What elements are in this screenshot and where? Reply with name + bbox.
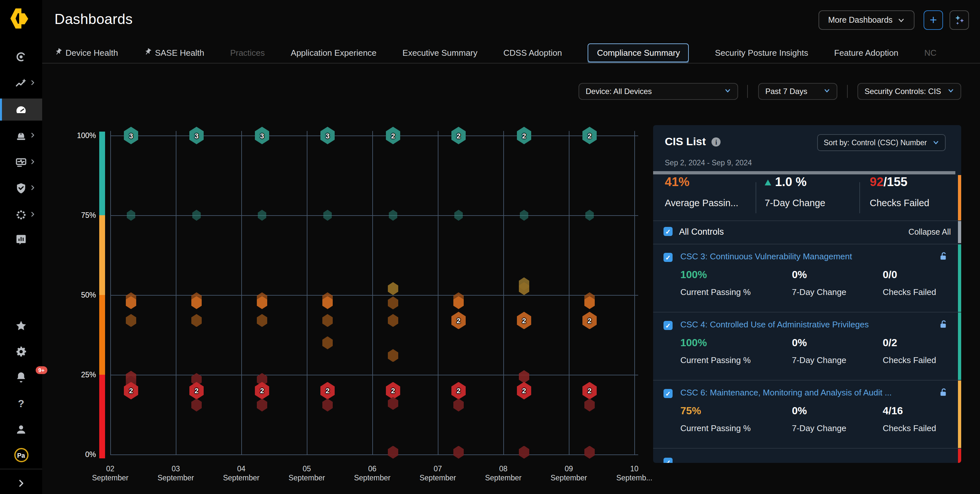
chart-hexagon-point[interactable]: 2 <box>517 312 531 329</box>
chart-hexagon-point[interactable] <box>388 297 398 310</box>
tab-security-posture-insights[interactable]: Security Posture Insights <box>715 48 808 57</box>
tab-practices[interactable]: Practices <box>230 48 265 57</box>
chart-hexagon-point[interactable] <box>257 314 267 327</box>
tab-label: Security Posture Insights <box>715 48 808 57</box>
tab-nc[interactable]: NC <box>924 48 937 57</box>
chart-hexagon-point[interactable] <box>258 210 266 221</box>
sort-by-dropdown[interactable]: Sort by: Control (CSC) Number <box>817 134 946 151</box>
control-checkbox[interactable]: ✓ <box>663 389 673 398</box>
chart-hexagon-point[interactable] <box>389 210 397 221</box>
tab-sase-health[interactable]: SASE Health <box>144 48 204 57</box>
chart-hexagon-point[interactable]: 2 <box>386 127 400 144</box>
chart-hexagon-point[interactable]: 2 <box>189 382 204 399</box>
more-dashboards-button[interactable]: More Dashboards <box>818 10 915 30</box>
chart-hexagon-point[interactable] <box>584 446 595 459</box>
chart-hexagon-point[interactable] <box>388 282 398 295</box>
sidebar-expand-chevron[interactable] <box>0 472 42 494</box>
chart-hexagon-point[interactable] <box>519 370 529 383</box>
lock-open-icon <box>939 319 948 332</box>
chart-hexagon-point[interactable] <box>323 210 332 221</box>
control-title-link[interactable]: CSC 6: Maintenance, Monitoring and Analy… <box>680 388 892 397</box>
sidebar-item-activity[interactable] <box>0 72 42 94</box>
filter-dropdown-security-controls[interactable]: Security Controls: CIS <box>858 83 961 100</box>
chart-hexagon-point[interactable]: 2 <box>582 127 597 144</box>
sidebar-item-alerts[interactable] <box>0 124 42 146</box>
chart-hexagon-point[interactable] <box>584 399 595 411</box>
filter-divider <box>847 85 848 98</box>
tab-application-experience[interactable]: Application Experience <box>291 48 377 57</box>
sidebar-item-command-center[interactable] <box>0 46 42 68</box>
chart-hexagon-point[interactable] <box>453 399 464 411</box>
control-stat-value: 0/2 <box>883 337 897 349</box>
chart-hexagon-point[interactable] <box>454 210 463 221</box>
sidebar-item-reports[interactable] <box>0 228 42 250</box>
filter-dropdown-time-range[interactable]: Past 7 Days <box>758 83 837 100</box>
chart-hexagon-point[interactable] <box>322 314 333 327</box>
chart-hexagon-point[interactable]: 3 <box>320 127 335 144</box>
chart-hexagon-point[interactable]: 2 <box>320 382 335 399</box>
sidebar-item-security[interactable] <box>0 177 42 199</box>
sidebar-item-services[interactable] <box>0 203 42 226</box>
sidebar-item-monitor[interactable] <box>0 151 42 173</box>
tab-feature-adoption[interactable]: Feature Adoption <box>834 48 898 57</box>
sidebar-item-favorites[interactable] <box>0 315 42 337</box>
chart-hexagon-point[interactable] <box>388 446 398 459</box>
chart-hexagon-point[interactable] <box>519 446 529 459</box>
chart-hexagon-point[interactable] <box>585 210 594 221</box>
chart-hexagon-point[interactable]: 2 <box>255 382 269 399</box>
chart-hexagon-point[interactable]: 2 <box>386 382 400 399</box>
control-checkbox[interactable]: ✓ <box>663 253 673 262</box>
control-checkbox[interactable]: ✓ <box>663 321 673 330</box>
chart-hexagon-point[interactable]: 3 <box>124 127 138 144</box>
sidebar-item-help[interactable]: ? <box>0 393 42 415</box>
sidebar-item-settings[interactable] <box>0 340 42 362</box>
sidebar-item-notifications[interactable]: 9+ <box>0 365 42 388</box>
ai-assistant-button[interactable] <box>950 10 969 30</box>
tab-device-health[interactable]: Device Health <box>54 48 118 57</box>
chart-hexagon-point[interactable]: 3 <box>255 127 269 144</box>
chart-hexagon-point[interactable]: 3 <box>189 127 204 144</box>
chart-hexagon-point[interactable]: 2 <box>452 312 466 329</box>
horizontal-scrollbar[interactable] <box>653 171 955 175</box>
chart-hexagon-point[interactable] <box>453 446 464 459</box>
chart-hexagon-point[interactable] <box>322 337 333 349</box>
tab-compliance-summary[interactable]: Compliance Summary <box>588 43 689 62</box>
notification-badge: 9+ <box>36 366 47 374</box>
control-title-link[interactable]: CSC 4: Controlled Use of Administrative … <box>680 319 869 329</box>
chart-hexagon-point[interactable] <box>192 210 201 221</box>
collapse-all-button[interactable]: Collapse All <box>908 227 951 237</box>
chart-hexagon-point[interactable] <box>191 314 202 327</box>
chart-hexagon-point[interactable] <box>257 399 267 411</box>
tab-executive-summary[interactable]: Executive Summary <box>402 48 477 57</box>
tab-label: Feature Adoption <box>834 48 898 57</box>
chart-hexagon-point[interactable]: 2 <box>452 127 466 144</box>
chart-hexagon-point[interactable] <box>191 399 202 411</box>
control-checkbox[interactable]: ✓ <box>663 458 673 463</box>
chart-hexagon-point[interactable] <box>322 399 333 411</box>
page-title: Dashboards <box>54 11 133 28</box>
chart-hexagon-point[interactable] <box>126 314 136 327</box>
app-logo-icon[interactable] <box>10 8 30 31</box>
tab-cdss-adoption[interactable]: CDSS Adoption <box>503 48 562 57</box>
control-title-link[interactable]: CSC 3: Continuous Vulnerability Manageme… <box>680 251 852 261</box>
sidebar-item-user[interactable] <box>0 418 42 440</box>
vertical-scrollbar-thumb[interactable] <box>958 221 961 243</box>
filter-dropdown-device[interactable]: Device: All Devices <box>579 83 738 100</box>
summary-value: 1.0 % <box>775 175 807 189</box>
sidebar-item-avatar[interactable]: Pa <box>0 444 42 466</box>
chart-hexagon-point[interactable]: 2 <box>582 382 597 399</box>
chart-hexagon-point[interactable] <box>520 210 528 221</box>
chart-hexagon-point[interactable]: 2 <box>517 382 531 399</box>
sidebar-item-dashboards[interactable] <box>0 98 42 121</box>
control-stat-label: 7-Day Change <box>792 355 846 365</box>
chart-hexagon-point[interactable] <box>127 210 135 221</box>
chart-hexagon-point[interactable]: 2 <box>517 127 531 144</box>
add-dashboard-button[interactable]: + <box>924 10 943 30</box>
chart-hexagon-point[interactable] <box>388 314 398 327</box>
chart-hexagon-point[interactable] <box>388 397 398 410</box>
chart-hexagon-point[interactable]: 2 <box>452 382 466 399</box>
all-controls-checkbox[interactable]: ✓ <box>663 227 673 236</box>
info-icon[interactable]: i <box>712 137 721 146</box>
chart-hexagon-point[interactable] <box>388 349 398 362</box>
chart-hexagon-point[interactable]: 2 <box>582 312 597 329</box>
